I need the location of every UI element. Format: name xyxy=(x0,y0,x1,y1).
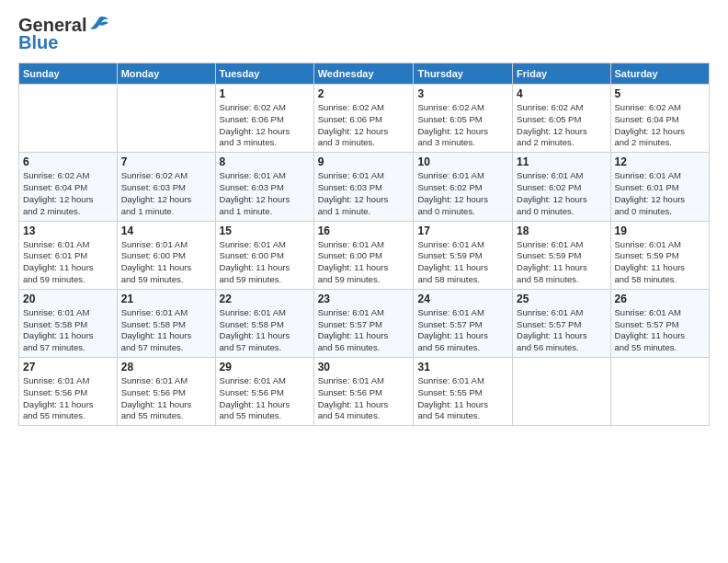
calendar-cell: 13Sunrise: 6:01 AM Sunset: 6:01 PM Dayli… xyxy=(19,221,118,289)
calendar-cell: 14Sunrise: 6:01 AM Sunset: 6:00 PM Dayli… xyxy=(117,221,215,289)
calendar-cell: 19Sunrise: 6:01 AM Sunset: 5:59 PM Dayli… xyxy=(610,221,709,289)
col-header-wednesday: Wednesday xyxy=(313,63,414,85)
day-number: 7 xyxy=(121,155,211,168)
calendar-cell: 31Sunrise: 6:01 AM Sunset: 5:55 PM Dayli… xyxy=(414,358,513,426)
day-number: 3 xyxy=(417,87,508,100)
calendar-cell: 22Sunrise: 6:01 AM Sunset: 5:58 PM Dayli… xyxy=(215,289,313,357)
day-info: Sunrise: 6:02 AM Sunset: 6:05 PM Dayligh… xyxy=(517,102,606,149)
calendar-cell: 23Sunrise: 6:01 AM Sunset: 5:57 PM Dayli… xyxy=(313,289,414,357)
day-number: 18 xyxy=(517,224,606,237)
day-number: 8 xyxy=(220,155,310,168)
calendar-cell: 4Sunrise: 6:02 AM Sunset: 6:05 PM Daylig… xyxy=(513,85,610,153)
calendar-week-row: 13Sunrise: 6:01 AM Sunset: 6:01 PM Dayli… xyxy=(19,221,710,289)
logo: General Blue xyxy=(18,15,110,53)
calendar-cell: 20Sunrise: 6:01 AM Sunset: 5:58 PM Dayli… xyxy=(19,289,118,357)
calendar-cell xyxy=(117,85,215,153)
calendar-cell: 10Sunrise: 6:01 AM Sunset: 6:02 PM Dayli… xyxy=(414,153,513,221)
day-info: Sunrise: 6:01 AM Sunset: 5:59 PM Dayligh… xyxy=(615,239,705,286)
calendar-cell xyxy=(610,358,709,426)
page: General Blue SundayMondayTuesdayWednesda… xyxy=(0,0,728,563)
day-number: 13 xyxy=(23,224,113,237)
calendar-week-row: 27Sunrise: 6:01 AM Sunset: 5:56 PM Dayli… xyxy=(19,358,710,426)
calendar-cell: 6Sunrise: 6:02 AM Sunset: 6:04 PM Daylig… xyxy=(19,153,118,221)
day-number: 19 xyxy=(615,224,705,237)
day-info: Sunrise: 6:01 AM Sunset: 5:57 PM Dayligh… xyxy=(318,307,410,354)
day-info: Sunrise: 6:01 AM Sunset: 5:58 PM Dayligh… xyxy=(220,307,310,354)
day-number: 11 xyxy=(517,155,606,168)
day-number: 10 xyxy=(417,155,508,168)
day-info: Sunrise: 6:02 AM Sunset: 6:06 PM Dayligh… xyxy=(318,102,410,149)
day-number: 6 xyxy=(23,155,113,168)
day-info: Sunrise: 6:01 AM Sunset: 6:03 PM Dayligh… xyxy=(318,170,410,217)
day-number: 31 xyxy=(417,361,508,373)
col-header-saturday: Saturday xyxy=(610,63,709,85)
day-number: 24 xyxy=(417,293,508,305)
calendar-cell: 8Sunrise: 6:01 AM Sunset: 6:03 PM Daylig… xyxy=(215,153,313,221)
day-info: Sunrise: 6:01 AM Sunset: 6:02 PM Dayligh… xyxy=(417,170,508,217)
calendar-cell: 12Sunrise: 6:01 AM Sunset: 6:01 PM Dayli… xyxy=(610,153,709,221)
calendar-week-row: 6Sunrise: 6:02 AM Sunset: 6:04 PM Daylig… xyxy=(19,153,710,221)
col-header-sunday: Sunday xyxy=(19,63,118,85)
calendar-cell: 24Sunrise: 6:01 AM Sunset: 5:57 PM Dayli… xyxy=(414,289,513,357)
calendar-cell: 25Sunrise: 6:01 AM Sunset: 5:57 PM Dayli… xyxy=(513,289,610,357)
calendar-cell: 2Sunrise: 6:02 AM Sunset: 6:06 PM Daylig… xyxy=(313,85,414,153)
day-info: Sunrise: 6:01 AM Sunset: 5:58 PM Dayligh… xyxy=(121,307,211,354)
calendar-cell: 5Sunrise: 6:02 AM Sunset: 6:04 PM Daylig… xyxy=(610,85,709,153)
day-number: 30 xyxy=(318,361,410,373)
calendar-cell: 28Sunrise: 6:01 AM Sunset: 5:56 PM Dayli… xyxy=(117,358,215,426)
logo-bird-icon xyxy=(86,16,110,36)
header: General Blue xyxy=(18,15,710,53)
calendar-cell: 18Sunrise: 6:01 AM Sunset: 5:59 PM Dayli… xyxy=(513,221,610,289)
day-info: Sunrise: 6:01 AM Sunset: 5:55 PM Dayligh… xyxy=(417,375,508,422)
col-header-friday: Friday xyxy=(513,63,610,85)
day-number: 9 xyxy=(318,155,410,168)
day-info: Sunrise: 6:01 AM Sunset: 6:00 PM Dayligh… xyxy=(121,239,211,286)
day-info: Sunrise: 6:01 AM Sunset: 6:02 PM Dayligh… xyxy=(517,170,606,217)
col-header-monday: Monday xyxy=(117,63,215,85)
calendar-cell: 26Sunrise: 6:01 AM Sunset: 5:57 PM Dayli… xyxy=(610,289,709,357)
day-number: 25 xyxy=(517,293,606,305)
day-number: 29 xyxy=(220,361,310,373)
day-info: Sunrise: 6:01 AM Sunset: 5:56 PM Dayligh… xyxy=(220,375,310,422)
day-info: Sunrise: 6:01 AM Sunset: 5:58 PM Dayligh… xyxy=(23,307,113,354)
day-info: Sunrise: 6:01 AM Sunset: 5:57 PM Dayligh… xyxy=(417,307,508,354)
day-info: Sunrise: 6:01 AM Sunset: 5:59 PM Dayligh… xyxy=(517,239,606,286)
day-info: Sunrise: 6:02 AM Sunset: 6:05 PM Dayligh… xyxy=(417,102,508,149)
calendar-cell: 16Sunrise: 6:01 AM Sunset: 6:00 PM Dayli… xyxy=(313,221,414,289)
day-number: 20 xyxy=(23,293,113,305)
day-number: 12 xyxy=(615,155,705,168)
calendar-week-row: 1Sunrise: 6:02 AM Sunset: 6:06 PM Daylig… xyxy=(19,85,710,153)
day-info: Sunrise: 6:01 AM Sunset: 6:03 PM Dayligh… xyxy=(220,170,310,217)
day-info: Sunrise: 6:01 AM Sunset: 5:56 PM Dayligh… xyxy=(318,375,410,422)
col-header-thursday: Thursday xyxy=(414,63,513,85)
calendar-cell: 7Sunrise: 6:02 AM Sunset: 6:03 PM Daylig… xyxy=(117,153,215,221)
day-number: 4 xyxy=(517,87,606,100)
day-number: 14 xyxy=(121,224,211,237)
calendar-table: SundayMondayTuesdayWednesdayThursdayFrid… xyxy=(18,63,710,426)
day-number: 2 xyxy=(318,87,410,100)
calendar-cell: 9Sunrise: 6:01 AM Sunset: 6:03 PM Daylig… xyxy=(313,153,414,221)
day-info: Sunrise: 6:02 AM Sunset: 6:06 PM Dayligh… xyxy=(220,102,310,149)
day-number: 23 xyxy=(318,293,410,305)
day-number: 22 xyxy=(220,293,310,305)
day-number: 15 xyxy=(220,224,310,237)
day-number: 26 xyxy=(615,293,705,305)
day-number: 17 xyxy=(417,224,508,237)
calendar-cell: 11Sunrise: 6:01 AM Sunset: 6:02 PM Dayli… xyxy=(513,153,610,221)
day-info: Sunrise: 6:01 AM Sunset: 5:59 PM Dayligh… xyxy=(417,239,508,286)
calendar-header-row: SundayMondayTuesdayWednesdayThursdayFrid… xyxy=(19,63,710,85)
calendar-cell: 3Sunrise: 6:02 AM Sunset: 6:05 PM Daylig… xyxy=(414,85,513,153)
day-info: Sunrise: 6:02 AM Sunset: 6:04 PM Dayligh… xyxy=(615,102,705,149)
calendar-week-row: 20Sunrise: 6:01 AM Sunset: 5:58 PM Dayli… xyxy=(19,289,710,357)
calendar-cell: 21Sunrise: 6:01 AM Sunset: 5:58 PM Dayli… xyxy=(117,289,215,357)
day-info: Sunrise: 6:01 AM Sunset: 5:57 PM Dayligh… xyxy=(517,307,606,354)
calendar-cell: 27Sunrise: 6:01 AM Sunset: 5:56 PM Dayli… xyxy=(19,358,118,426)
calendar-cell xyxy=(19,85,118,153)
calendar-cell: 1Sunrise: 6:02 AM Sunset: 6:06 PM Daylig… xyxy=(215,85,313,153)
day-number: 5 xyxy=(615,87,705,100)
calendar-cell: 29Sunrise: 6:01 AM Sunset: 5:56 PM Dayli… xyxy=(215,358,313,426)
day-info: Sunrise: 6:01 AM Sunset: 5:56 PM Dayligh… xyxy=(23,375,113,422)
day-info: Sunrise: 6:01 AM Sunset: 6:01 PM Dayligh… xyxy=(615,170,705,217)
calendar-cell: 17Sunrise: 6:01 AM Sunset: 5:59 PM Dayli… xyxy=(414,221,513,289)
day-info: Sunrise: 6:01 AM Sunset: 5:56 PM Dayligh… xyxy=(121,375,211,422)
